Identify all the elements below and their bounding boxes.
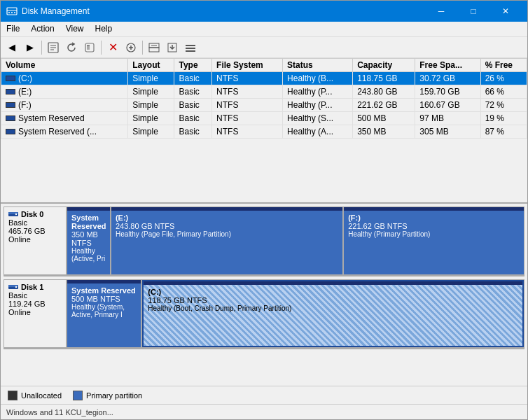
- cell-volume: System Reserved (...: [1, 125, 128, 139]
- cell-type: Basic: [174, 99, 212, 112]
- col-filesystem[interactable]: File System: [212, 59, 283, 72]
- window-controls: ─ □ ✕: [425, 1, 522, 22]
- app-icon: [6, 6, 18, 17]
- menu-bar: File Action View Help: [1, 22, 527, 37]
- more-icon: [185, 42, 196, 53]
- drive-bar-icon: [6, 76, 15, 81]
- partition-name: (F:): [348, 214, 520, 222]
- cell-free-space: 160.67 GB: [415, 99, 480, 112]
- partition-header-bar: [67, 207, 110, 211]
- col-type[interactable]: Type: [174, 59, 212, 72]
- cell-status: Healthy (P...: [283, 85, 353, 99]
- legend-unallocated: Unallocated: [8, 391, 62, 400]
- svg-point-2: [8, 12, 10, 13]
- cell-filesystem: NTFS: [212, 125, 283, 139]
- cell-layout: Simple: [128, 112, 174, 125]
- cell-filesystem: NTFS: [212, 99, 283, 112]
- properties-button[interactable]: [45, 39, 62, 56]
- cell-volume: (F:): [1, 99, 128, 112]
- partition-size: 350 MB NTFS: [71, 230, 106, 247]
- table-row[interactable]: (F:)SimpleBasicNTFSHealthy (P...221.62 G…: [1, 99, 527, 112]
- cell-type: Basic: [174, 125, 212, 139]
- table-row[interactable]: System ReservedSimpleBasicNTFSHealthy (S…: [1, 112, 527, 125]
- col-volume[interactable]: Volume: [1, 59, 128, 72]
- properties-icon: [48, 42, 59, 53]
- cell-status: Healthy (A...: [283, 125, 353, 139]
- cell-free-space: 305 MB: [415, 125, 480, 139]
- table-header-row: Volume Layout Type File System Status Ca…: [1, 59, 527, 72]
- partition-name: (E:): [116, 214, 338, 222]
- partition[interactable]: (F:)221.62 GB NTFSHealthy (Primary Parti…: [344, 207, 524, 274]
- disk-row: Disk 0Basic465.76 GBOnlineSystem Reserve…: [4, 206, 524, 276]
- partition-header-bar: [111, 207, 342, 211]
- cell-capacity: 500 MB: [353, 112, 415, 125]
- minimize-button[interactable]: ─: [425, 1, 457, 22]
- partition-desc: Healthy (Active, Pri: [71, 247, 106, 262]
- menu-view[interactable]: View: [60, 22, 90, 36]
- cell-capacity: 350 MB: [353, 125, 415, 139]
- menu-file[interactable]: File: [1, 22, 25, 36]
- table-row[interactable]: (C:)SimpleBasicNTFSHealthy (B...118.75 G…: [1, 72, 527, 85]
- disk-icon: [8, 211, 18, 218]
- delete-button[interactable]: ✕: [104, 39, 121, 56]
- import-icon: [167, 42, 178, 53]
- table-row[interactable]: System Reserved (...SimpleBasicNTFSHealt…: [1, 125, 527, 139]
- partition-name: System Reserved: [71, 286, 137, 295]
- partition-name: System Reserved: [71, 214, 106, 230]
- svg-point-3: [11, 12, 13, 13]
- cell-type: Basic: [174, 85, 212, 99]
- maximize-button[interactable]: □: [457, 1, 489, 22]
- refresh-icon: [66, 42, 77, 53]
- svg-point-28: [15, 286, 17, 288]
- help-button[interactable]: [81, 39, 98, 56]
- disk-row: Disk 1Basic119.24 GBOnlineSystem Reserve…: [4, 279, 524, 349]
- disk-info: Disk 1Basic119.24 GBOnline: [4, 279, 67, 348]
- status-text: Windows and 11 KCU_tegion...: [6, 408, 113, 416]
- back-button[interactable]: ◀: [4, 39, 20, 56]
- legend-unallocated-label: Unallocated: [21, 391, 62, 400]
- menu-help[interactable]: Help: [90, 22, 118, 36]
- menu-action[interactable]: Action: [25, 22, 60, 36]
- cell-filesystem: NTFS: [212, 72, 283, 85]
- refresh-button[interactable]: [63, 39, 80, 56]
- forward-button[interactable]: ▶: [22, 39, 39, 56]
- col-percent-free[interactable]: % Free: [480, 59, 527, 72]
- more-button[interactable]: [182, 39, 199, 56]
- new-icon: [125, 42, 137, 53]
- drive-icon: (F:): [6, 100, 32, 110]
- import-button[interactable]: [164, 39, 181, 56]
- col-status[interactable]: Status: [283, 59, 353, 72]
- disk-map-panel[interactable]: Disk 0Basic465.76 GBOnlineSystem Reserve…: [1, 204, 527, 386]
- cell-status: Healthy (B...: [283, 72, 353, 85]
- volume-table-panel[interactable]: Volume Layout Type File System Status Ca…: [1, 58, 527, 204]
- title-bar: Disk Management ─ □ ✕: [1, 1, 527, 22]
- disk-partitions: System Reserved350 MB NTFSHealthy (Activ…: [67, 206, 524, 275]
- cell-free-space: 159.70 GB: [415, 85, 480, 99]
- export-button[interactable]: [146, 39, 162, 56]
- partition[interactable]: (C:)118.75 GB NTFSHealthy (Boot, Crash D…: [142, 280, 524, 347]
- cell-type: Basic: [174, 72, 212, 85]
- partition[interactable]: System Reserved350 MB NTFSHealthy (Activ…: [67, 207, 111, 274]
- close-button[interactable]: ✕: [489, 1, 522, 22]
- partition-size: 221.62 GB NTFS: [348, 222, 520, 230]
- col-capacity[interactable]: Capacity: [353, 59, 415, 72]
- partition[interactable]: System Reserved500 MB NTFSHealthy (Syste…: [67, 280, 142, 347]
- legend-primary-box: [73, 391, 83, 400]
- col-layout[interactable]: Layout: [128, 59, 174, 72]
- table-row[interactable]: (E:)SimpleBasicNTFSHealthy (P...243.80 G…: [1, 85, 527, 99]
- cell-layout: Simple: [128, 85, 174, 99]
- svg-rect-10: [87, 46, 90, 50]
- col-free-space[interactable]: Free Spa...: [415, 59, 480, 72]
- cell-status: Healthy (S...: [283, 112, 353, 125]
- partition-size: 500 MB NTFS: [71, 295, 137, 303]
- partition[interactable]: (E:)243.80 GB NTFSHealthy (Page File, Pr…: [111, 207, 344, 274]
- new-button[interactable]: [123, 39, 139, 56]
- partition-desc: Healthy (Primary Partition): [348, 230, 520, 238]
- disk-type: Basic: [8, 291, 62, 300]
- volume-table: Volume Layout Type File System Status Ca…: [1, 58, 527, 139]
- cell-percent-free: 66 %: [480, 85, 527, 99]
- cell-free-space: 30.72 GB: [415, 72, 480, 85]
- drive-bar-icon: [6, 102, 15, 108]
- cell-percent-free: 26 %: [480, 72, 527, 85]
- drive-bar-icon: [6, 89, 15, 94]
